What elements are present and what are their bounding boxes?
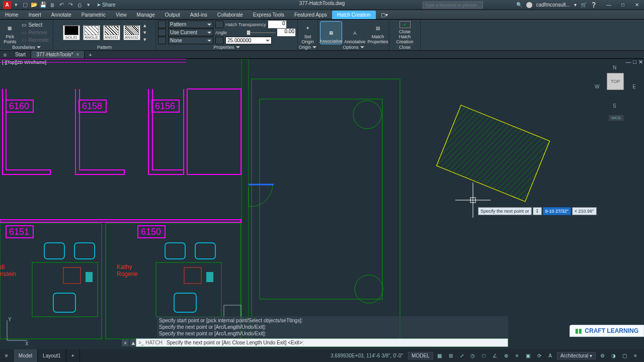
hatch-bg-icon[interactable] — [158, 37, 166, 44]
new-tab-button[interactable]: + — [85, 52, 96, 58]
panel-title-options[interactable]: Options — [320, 44, 387, 50]
vp-max-icon[interactable]: □ — [633, 59, 636, 65]
isolate-icon[interactable]: ◑ — [609, 351, 618, 360]
scale-select[interactable]: Architectural ▾ — [557, 352, 596, 359]
close-icon[interactable]: ✕ — [633, 2, 641, 8]
lineweight-icon[interactable]: ≡ — [513, 351, 522, 360]
viewcube-wcs[interactable]: WCS — [609, 115, 623, 121]
tab-overflow-icon[interactable]: ▢▾ — [376, 11, 393, 19]
associative-button[interactable]: ▦ Associative — [320, 21, 342, 44]
tab-featured-apps[interactable]: Featured Apps — [289, 11, 332, 19]
undo-icon[interactable]: ↶ — [57, 1, 65, 9]
search-field[interactable] — [423, 2, 483, 9]
tab-insert[interactable]: Insert — [24, 11, 46, 19]
command-line[interactable]: >_ HATCH Specify the next point or [Arc … — [136, 338, 508, 347]
vp-min-icon[interactable]: — — [625, 59, 631, 65]
doctab-hatchtools[interactable]: 377-HatchTools*× — [31, 51, 85, 58]
scroll-up-icon[interactable]: ▴ — [143, 22, 146, 29]
panel-title-origin[interactable]: Origin — [300, 44, 315, 50]
angle-slider[interactable] — [247, 29, 275, 36]
hatch-type-select[interactable]: Pattern — [168, 21, 213, 28]
tab-annotate[interactable]: Annotate — [46, 11, 76, 19]
transparency-value[interactable]: 0 — [268, 21, 286, 28]
hatch-type-icon[interactable] — [158, 21, 166, 28]
gear-icon[interactable]: ⚙ — [598, 351, 607, 360]
panel-title-properties[interactable]: Properties — [158, 44, 295, 50]
viewcube[interactable]: N E S W TOP WCS — [593, 63, 638, 118]
tab-express-tools[interactable]: Express Tools — [248, 11, 289, 19]
tab-addins[interactable]: Add-ins — [185, 11, 212, 19]
viewcube-s[interactable]: S — [613, 103, 616, 109]
scale-icon[interactable] — [215, 37, 223, 44]
search-input[interactable] — [423, 3, 482, 8]
select-button[interactable]: ▭Select — [20, 22, 51, 29]
polar-icon[interactable]: ◷ — [468, 351, 477, 360]
save-icon[interactable]: 💾 — [39, 1, 47, 9]
minimize-icon[interactable]: — — [605, 2, 613, 8]
tab-view[interactable]: View — [111, 11, 132, 19]
dyn-input-icon[interactable]: ⊕ — [502, 351, 511, 360]
expand-icon[interactable]: ▾ — [143, 36, 146, 43]
viewcube-face[interactable]: TOP — [607, 73, 624, 90]
space-mode[interactable]: MODEL — [408, 352, 433, 359]
pattern-solid[interactable]: SOLID — [63, 25, 80, 40]
chevron-down-icon[interactable]: ▾ — [574, 2, 577, 8]
tab-manage[interactable]: Manage — [132, 11, 160, 19]
hatch-color-icon[interactable] — [158, 29, 166, 36]
osnap-icon[interactable]: □ — [479, 351, 489, 360]
close-tab-icon[interactable]: × — [76, 52, 79, 57]
tab-home[interactable]: Home — [0, 11, 24, 19]
layout-model[interactable]: Model — [14, 349, 38, 362]
saveall-icon[interactable]: 🗎 — [48, 1, 56, 9]
cart-icon[interactable]: 🛒 — [581, 2, 587, 8]
tab-parametric[interactable]: Parametric — [76, 11, 111, 19]
user-avatar-icon[interactable] — [526, 2, 532, 8]
transparency-icon[interactable] — [215, 21, 223, 28]
viewcube-n[interactable]: N — [613, 65, 616, 70]
match-properties-button[interactable]: ▤ Match Properties — [368, 21, 388, 44]
angle-value[interactable]: 0.00 — [277, 29, 295, 36]
plot-icon[interactable]: ⎙ — [75, 1, 84, 9]
vp-close-icon[interactable]: ✕ — [638, 59, 643, 65]
distance-input[interactable]: 9-10 27/32" — [543, 207, 571, 215]
close-hatch-button[interactable]: ✔ Close Hatch Creation — [394, 21, 416, 44]
user-label[interactable]: cadfmconsult... — [536, 2, 570, 8]
maximize-icon[interactable]: □ — [619, 2, 627, 8]
transparency-icon[interactable]: ▣ — [524, 351, 533, 360]
search-icon[interactable]: 🔍 — [516, 2, 522, 8]
snap-icon[interactable]: ⊞ — [446, 351, 455, 360]
pattern-ansi31[interactable]: ANSI31 — [103, 25, 120, 40]
pattern-ansi32[interactable]: ANSI32 — [123, 25, 140, 40]
annoscale-icon[interactable]: A — [546, 351, 555, 360]
tab-collaborate[interactable]: Collaborate — [212, 11, 248, 19]
dropdown-icon[interactable]: ↧ — [533, 207, 542, 215]
grid-icon[interactable]: ▦ — [435, 351, 444, 360]
otrack-icon[interactable]: ∠ — [491, 351, 500, 360]
scale-value[interactable]: 25.000000 — [225, 37, 272, 44]
tab-hatch-creation[interactable]: Hatch Creation — [332, 11, 376, 19]
help-icon[interactable]: ❔ — [591, 2, 597, 8]
hatch-bg-select[interactable]: None — [168, 37, 213, 44]
open-icon[interactable]: 📂 — [30, 1, 38, 9]
tab-output[interactable]: Output — [160, 11, 185, 19]
ortho-icon[interactable]: ⤢ — [457, 351, 466, 360]
cycle-icon[interactable]: ⟳ — [535, 351, 544, 360]
clean-icon[interactable]: ▢ — [620, 351, 629, 360]
cmdline-close-icon[interactable]: × — [122, 339, 129, 346]
layout-layout1[interactable]: Layout1 — [38, 349, 66, 362]
hamburger-icon[interactable]: ≡ — [0, 52, 10, 58]
redo-icon[interactable]: ↷ — [66, 1, 74, 9]
viewcube-w[interactable]: W — [595, 84, 599, 89]
drawing-canvas[interactable]: 6160 6158 6156 6151 6150 di nstein Kathy… — [0, 59, 644, 349]
viewcube-e[interactable]: E — [632, 84, 636, 89]
annotative-button[interactable]: A Annotative — [344, 21, 366, 44]
pick-points-button[interactable]: ▦ Pick Points — [2, 21, 18, 44]
customize-icon[interactable]: ≡ — [631, 351, 640, 360]
scroll-dn-icon[interactable]: ▾ — [143, 29, 146, 36]
hatch-color-select[interactable]: Use Current — [168, 29, 213, 36]
layout-plus[interactable]: + — [66, 349, 80, 362]
chevron-down-icon[interactable]: ▾ — [85, 1, 93, 9]
pattern-angle[interactable]: ANGLE — [83, 25, 100, 40]
share-button[interactable]: ➤ Share — [97, 1, 116, 9]
new-icon[interactable]: ▢ — [21, 1, 29, 9]
